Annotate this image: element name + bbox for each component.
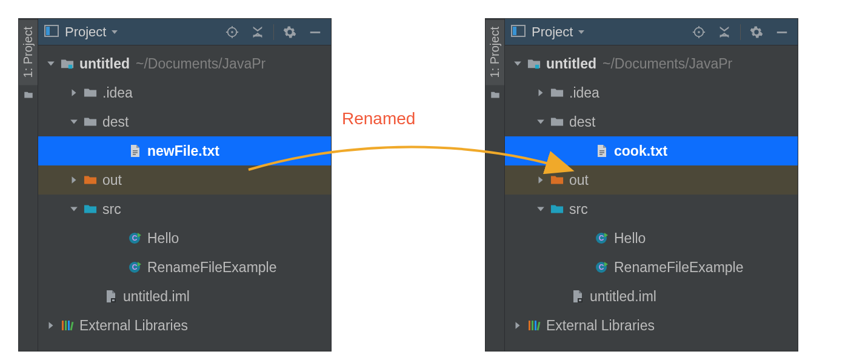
toolbar-title[interactable]: Project	[532, 24, 585, 40]
svg-rect-20	[513, 27, 516, 35]
expand-arrow-right-icon[interactable]	[534, 86, 547, 99]
collapse-all-icon[interactable]	[715, 22, 734, 42]
tree-node-cookfile[interactable]: cook.txt	[505, 136, 798, 165]
tree-node-project-root[interactable]: untitled ~/Documents/JavaPr	[38, 49, 331, 78]
svg-rect-34	[529, 321, 530, 330]
project-tab[interactable]: 1: Project	[19, 19, 38, 85]
hide-icon[interactable]	[772, 22, 792, 42]
tree-node-newfile[interactable]: newFile.txt	[38, 136, 331, 165]
svg-point-3	[231, 31, 233, 33]
svg-rect-7	[133, 152, 138, 153]
annotation-renamed-label: Renamed	[342, 109, 415, 128]
tool-window-header: Project	[38, 19, 331, 45]
module-file-icon	[104, 289, 118, 304]
svg-rect-6	[133, 150, 138, 152]
toolbar-title-text: Project	[532, 24, 573, 40]
svg-rect-25	[599, 150, 604, 152]
folder-excluded-icon	[550, 173, 564, 187]
tree-node-path: ~/Documents/JavaPr	[603, 56, 732, 72]
project-tree[interactable]: untitled ~/Documents/JavaPr .idea dest c…	[505, 45, 798, 351]
expand-arrow-down-icon[interactable]	[534, 202, 547, 216]
libraries-icon	[60, 318, 75, 333]
tree-node-label: .idea	[569, 85, 599, 101]
svg-rect-5	[68, 65, 72, 68]
project-tree[interactable]: untitled ~/Documents/JavaPr .idea dest n…	[38, 45, 331, 351]
tree-node-label: RenameFileExample	[147, 259, 276, 276]
tree-node-out[interactable]: out	[505, 165, 798, 195]
svg-text:C: C	[132, 234, 138, 242]
expand-arrow-down-icon[interactable]	[67, 115, 81, 128]
text-file-icon	[128, 144, 142, 158]
tree-node-path: ~/Documents/JavaPr	[136, 56, 265, 72]
tree-node-class-rename[interactable]: C RenameFileExample	[505, 253, 798, 282]
svg-text:C: C	[599, 263, 604, 272]
expand-arrow-down-icon[interactable]	[511, 57, 524, 70]
locate-icon[interactable]	[222, 22, 242, 42]
libraries-icon	[527, 318, 541, 333]
tree-node-idea[interactable]: .idea	[38, 78, 331, 107]
tree-node-label: src	[569, 201, 588, 218]
locate-icon[interactable]	[689, 22, 709, 42]
expand-arrow-down-icon[interactable]	[44, 57, 58, 70]
collapse-all-icon[interactable]	[248, 22, 267, 42]
tree-node-label: untitled	[79, 56, 130, 72]
view-mode-icon[interactable]	[44, 25, 59, 39]
tree-node-label: Hello	[147, 230, 179, 247]
expand-arrow-right-icon[interactable]	[511, 319, 524, 332]
svg-rect-24	[535, 65, 539, 68]
project-tab[interactable]: 1: Project	[486, 19, 504, 85]
project-tab-icon	[23, 90, 34, 103]
tree-node-label: External Libraries	[79, 318, 188, 334]
tree-node-src[interactable]: src	[505, 195, 798, 224]
toolbar-title-text: Project	[65, 24, 106, 40]
svg-text:C: C	[132, 263, 138, 272]
view-mode-icon[interactable]	[511, 25, 526, 39]
module-folder-icon	[527, 56, 541, 71]
java-class-runnable-icon: C	[128, 231, 142, 245]
folder-source-icon	[550, 202, 564, 216]
tree-node-external-libraries[interactable]: External Libraries	[38, 311, 331, 340]
folder-icon	[550, 115, 564, 129]
tree-node-class-hello[interactable]: C Hello	[505, 224, 798, 253]
svg-rect-26	[599, 152, 604, 153]
svg-rect-36	[535, 321, 536, 330]
hide-icon[interactable]	[305, 22, 325, 42]
expand-arrow-right-icon[interactable]	[67, 86, 81, 99]
panel-main: Project untitled ~/Document	[38, 19, 331, 351]
tree-node-dest[interactable]: dest	[505, 107, 798, 136]
tree-node-class-hello[interactable]: C Hello	[38, 224, 331, 253]
svg-rect-1	[46, 27, 50, 35]
expand-arrow-down-icon[interactable]	[67, 202, 81, 216]
tree-node-label: .idea	[102, 85, 133, 101]
gear-icon[interactable]	[747, 22, 766, 42]
svg-rect-17	[68, 321, 70, 330]
tree-node-external-libraries[interactable]: External Libraries	[505, 311, 798, 340]
expand-arrow-right-icon[interactable]	[67, 173, 81, 187]
project-tool-window-after: 1: Project Project	[485, 18, 798, 352]
tree-node-iml[interactable]: untitled.iml	[505, 282, 798, 311]
tree-node-label: src	[102, 201, 121, 218]
tree-node-dest[interactable]: dest	[38, 107, 331, 136]
toolbar-title[interactable]: Project	[65, 24, 118, 40]
tree-node-label: External Libraries	[546, 318, 655, 334]
tree-node-label: RenameFileExample	[614, 259, 743, 276]
svg-rect-8	[133, 154, 136, 155]
tool-window-header: Project	[505, 19, 798, 45]
tree-node-iml[interactable]: untitled.iml	[38, 282, 331, 311]
expand-arrow-down-icon[interactable]	[534, 115, 547, 128]
tree-node-label: cook.txt	[614, 143, 667, 159]
tree-node-label: untitled.iml	[123, 288, 190, 305]
tree-node-project-root[interactable]: untitled ~/Documents/JavaPr	[505, 49, 798, 78]
text-file-icon	[595, 144, 609, 158]
tree-node-label: untitled	[546, 56, 596, 72]
expand-arrow-right-icon[interactable]	[534, 173, 547, 187]
expand-arrow-right-icon[interactable]	[44, 319, 58, 332]
gear-icon[interactable]	[280, 22, 299, 42]
tree-node-class-rename[interactable]: C RenameFileExample	[38, 253, 331, 282]
tree-node-src[interactable]: src	[38, 195, 331, 224]
folder-excluded-icon	[83, 173, 98, 187]
project-tab-icon	[490, 90, 501, 103]
tree-node-out[interactable]: out	[38, 165, 331, 195]
tree-node-idea[interactable]: .idea	[505, 78, 798, 107]
chevron-down-icon	[111, 28, 118, 36]
